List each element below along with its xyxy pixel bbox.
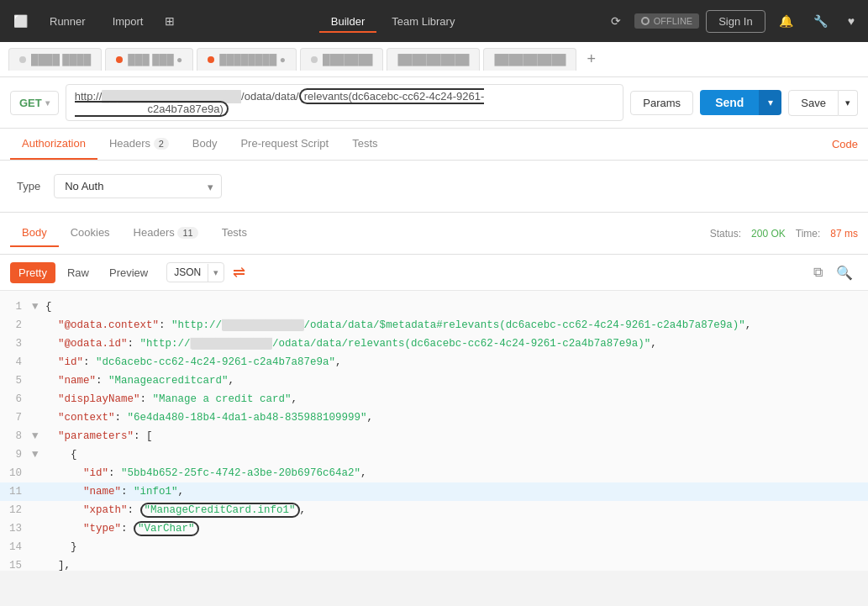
sign-in-button[interactable]: Sign In: [706, 10, 765, 33]
tab-item-5[interactable]: ██████████: [387, 48, 480, 71]
line-toggle-9[interactable]: ▼: [32, 446, 45, 463]
line-content-11: "name": "info1",: [45, 483, 868, 500]
line-content-4: "id": "dc6acebc-cc62-4c24-9261-c2a4b7a87…: [45, 354, 868, 371]
line-num-9: 9: [0, 446, 32, 463]
tabs-row: ████ ████ ███ ███ ● ████████ ● ███████ █…: [0, 42, 868, 77]
format-select-label: JSON: [167, 263, 208, 282]
tab-dot-4: [311, 56, 318, 63]
status-prefix: Status:: [710, 228, 741, 240]
code-line-9: 9 ▼ {: [0, 445, 868, 464]
tab-item-6[interactable]: ██████████: [483, 48, 576, 71]
tab-item-2[interactable]: ███ ███ ●: [105, 48, 193, 71]
code-line-1: 1 ▼ {: [0, 298, 868, 316]
format-raw[interactable]: Raw: [59, 262, 97, 283]
line-content-7: "context": "6e4da480-18b4-4da1-ab48-8359…: [45, 409, 868, 426]
add-tab-button[interactable]: +: [580, 47, 602, 71]
top-nav: ⬜ Runner Import ⊞ Builder Team Library ⟳…: [0, 0, 868, 42]
line-content-2: "@odata.context": "http://█████████████/…: [45, 317, 868, 334]
runner-button[interactable]: Runner: [38, 10, 97, 33]
save-dropdown-button[interactable]: ▾: [839, 90, 858, 116]
method-select[interactable]: GET ▾: [10, 91, 59, 115]
send-button[interactable]: Send: [700, 90, 759, 115]
tab-item-1[interactable]: ████ ████: [8, 48, 102, 71]
line-num-5: 5: [0, 372, 32, 389]
tab-item-3[interactable]: ████████ ●: [197, 48, 297, 71]
format-pretty[interactable]: Pretty: [10, 262, 55, 283]
tab-headers[interactable]: Headers 2: [97, 129, 181, 160]
tab-prerequest[interactable]: Pre-request Script: [229, 129, 340, 160]
line-num-2: 2: [0, 317, 32, 334]
code-line-3: 3 "@odata.id": "http://█████████████/oda…: [0, 335, 868, 353]
code-line-15: 15 ],: [0, 556, 868, 571]
response-tabs: Body Cookies Headers 11 Tests Status: 20…: [0, 213, 868, 255]
tab-label-4: ███████: [323, 54, 373, 66]
resp-tab-body[interactable]: Body: [10, 219, 59, 247]
wrench-icon[interactable]: 🔧: [807, 9, 834, 33]
format-select-wrap: JSON ▾: [166, 262, 224, 282]
resp-tab-tests[interactable]: Tests: [210, 219, 259, 247]
save-button-group: Save ▾: [788, 90, 858, 116]
code-line-2: 2 "@odata.context": "http://████████████…: [0, 316, 868, 335]
sync-icon[interactable]: ⟳: [604, 9, 628, 33]
tab-dot-1: [19, 56, 26, 63]
auth-type-select[interactable]: No Auth: [54, 174, 222, 198]
line-num-8: 8: [0, 428, 32, 445]
tab-label-5: ██████████: [397, 54, 469, 66]
save-button[interactable]: Save: [788, 90, 839, 116]
code-line-5: 5 "name": "Manageacreditcard",: [0, 372, 868, 390]
line-num-7: 7: [0, 409, 32, 426]
line-toggle-1[interactable]: ▼: [32, 298, 45, 315]
line-content-15: ],: [45, 557, 868, 571]
import-button[interactable]: Import: [101, 10, 155, 33]
line-content-10: "id": "5bb4b652-25fc-4742-a3be-20b6976c6…: [45, 465, 868, 482]
resp-tab-cookies[interactable]: Cookies: [59, 219, 122, 247]
line-num-6: 6: [0, 391, 32, 408]
sidebar-toggle-button[interactable]: ⬜: [7, 9, 34, 33]
new-tab-icon[interactable]: ⊞: [158, 9, 181, 33]
method-label: GET: [19, 97, 42, 109]
tab-dot-2: [116, 56, 123, 63]
tab-label-6: ██████████: [494, 54, 566, 66]
line-num-15: 15: [0, 557, 32, 571]
code-link[interactable]: Code: [832, 138, 858, 150]
heart-icon[interactable]: ♥: [841, 9, 861, 33]
tab-body[interactable]: Body: [181, 129, 229, 160]
code-line-6: 6 "displayName": "Manage a credit card",: [0, 390, 868, 408]
builder-tab[interactable]: Builder: [319, 10, 376, 33]
status-value: 200 OK: [751, 228, 786, 240]
body-toolbar: Pretty Raw Preview JSON ▾ ⇌ ⧉ 🔍: [0, 255, 868, 291]
method-chevron-icon: ▾: [45, 98, 50, 108]
line-content-12: "xpath": "ManageCreditCard.info1",: [45, 502, 868, 519]
team-library-tab[interactable]: Team Library: [380, 10, 466, 33]
url-input[interactable]: http://██████████████████/odata/data/rel…: [66, 84, 624, 121]
line-content-5: "name": "Manageacreditcard",: [45, 372, 868, 389]
tab-item-4[interactable]: ███████: [300, 48, 384, 71]
send-dropdown-button[interactable]: ▾: [759, 90, 781, 115]
format-preview[interactable]: Preview: [101, 262, 156, 283]
bell-icon[interactable]: 🔔: [772, 9, 800, 33]
tab-authorization[interactable]: Authorization: [10, 129, 97, 160]
resp-tab-headers[interactable]: Headers 11: [122, 219, 210, 247]
line-content-6: "displayName": "Manage a credit card",: [45, 391, 868, 408]
url-row: GET ▾ http://██████████████████/odata/da…: [0, 77, 868, 129]
params-button[interactable]: Params: [630, 91, 693, 115]
wrap-icon[interactable]: ⇌: [228, 260, 250, 285]
code-line-8: 8 ▼ "parameters": [: [0, 427, 868, 445]
code-line-12: 12 "xpath": "ManageCreditCard.info1",: [0, 501, 868, 519]
line-num-13: 13: [0, 520, 32, 537]
line-content-8: "parameters": [: [45, 428, 868, 445]
line-toggle-8[interactable]: ▼: [32, 428, 45, 445]
tab-tests[interactable]: Tests: [340, 129, 389, 160]
headers-badge: 2: [154, 138, 169, 150]
main-layout: ████ ████ ███ ███ ● ████████ ● ███████ █…: [0, 42, 868, 571]
format-select-arrow[interactable]: ▾: [208, 264, 224, 282]
code-line-4: 4 "id": "dc6acebc-cc62-4c24-9261-c2a4b7a…: [0, 353, 868, 372]
line-content-3: "@odata.id": "http://█████████████/odata…: [45, 335, 868, 352]
url-text: http://██████████████████/odata/data/rel…: [75, 90, 485, 115]
tab-label-2: ███ ███ ●: [128, 54, 182, 66]
time-prefix: Time:: [796, 228, 821, 240]
search-icon[interactable]: 🔍: [831, 261, 858, 284]
auth-select-wrap: No Auth: [54, 174, 222, 198]
response-status-area: Status: 200 OK Time: 87 ms: [710, 228, 858, 240]
copy-icon[interactable]: ⧉: [808, 261, 828, 283]
